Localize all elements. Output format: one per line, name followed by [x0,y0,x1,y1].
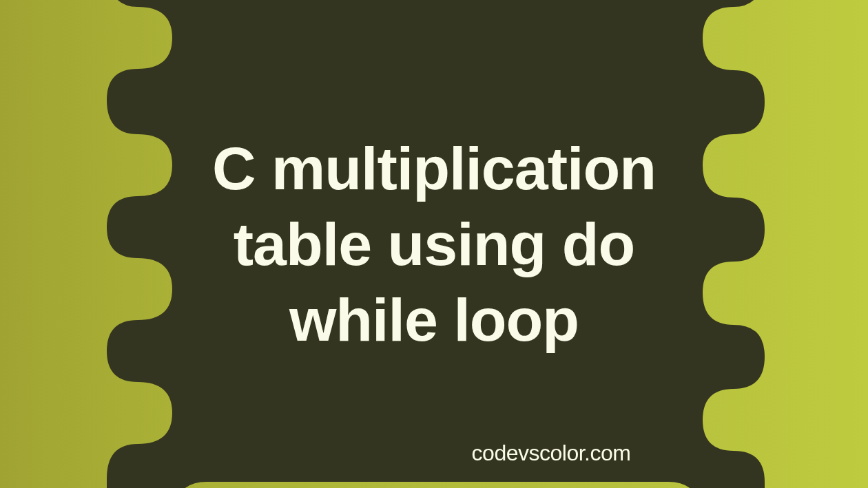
banner-title: C multiplication table using do while lo… [152,131,716,358]
banner-content: C multiplication table using do while lo… [0,0,868,488]
